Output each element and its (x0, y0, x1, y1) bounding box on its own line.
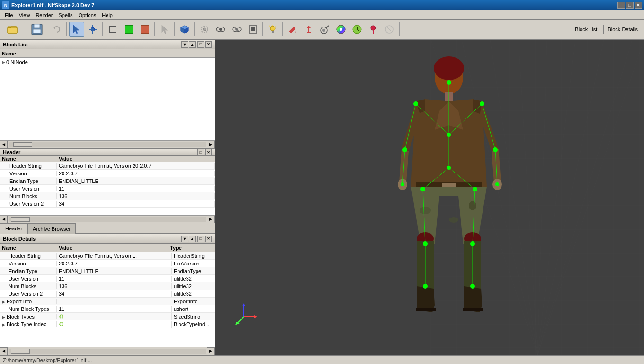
undo-button[interactable] (49, 22, 64, 37)
hscroll-track[interactable] (9, 142, 206, 147)
svg-marker-14 (162, 25, 168, 34)
bd-scroll-down-btn[interactable]: ▼ (181, 236, 188, 242)
tree-arrow: ▶ (2, 60, 5, 64)
block-details-row[interactable]: ▶Export InfoExportInfo (0, 298, 215, 305)
cursor-button[interactable] (157, 22, 172, 37)
block-details-tab-button[interactable]: Block Details (603, 25, 642, 34)
col-name-header: Name (2, 51, 59, 56)
menu-file[interactable]: File (2, 11, 16, 19)
header-row[interactable]: Header StringGamebryo File Format, Versi… (0, 162, 215, 170)
block-details-restore-btn[interactable]: □ (197, 236, 204, 242)
scroll-up-btn[interactable]: ▲ (189, 41, 196, 48)
frame-button[interactable] (245, 22, 260, 37)
save-button[interactable] (26, 22, 48, 37)
transform-tool[interactable] (85, 22, 100, 37)
clock-button[interactable] (349, 22, 365, 37)
hscroll-left[interactable]: ◀ (0, 141, 8, 148)
header-content[interactable]: Header StringGamebryo File Format, Versi… (0, 162, 215, 215)
red-box-button[interactable] (137, 22, 152, 37)
menu-help[interactable]: Help (99, 11, 116, 19)
titlebar: N Explorer1.nif - NifSkope 2.0 Dev 7 _ □… (0, 0, 644, 10)
color-wheel-button[interactable] (333, 22, 349, 37)
open-button[interactable] (2, 22, 25, 37)
axis-svg (230, 302, 258, 331)
menu-render[interactable]: Render (33, 11, 55, 19)
bd-scroll-up-btn[interactable]: ▲ (189, 236, 196, 242)
scene-3d (215, 40, 644, 355)
header-restore-btn[interactable]: □ (197, 149, 204, 155)
hscroll-right[interactable]: ▶ (207, 141, 215, 148)
header-hscroll-thumb[interactable] (11, 217, 30, 222)
block-list-restore-btn[interactable]: □ (197, 41, 204, 48)
header-row[interactable]: Endian TypeENDIAN_LITTLE (0, 177, 215, 185)
block-list-hscroll[interactable]: ◀ ▶ (0, 140, 215, 148)
block-details-row[interactable]: Endian TypeENDIAN_LITTLEEndianType (0, 267, 215, 275)
block-details-row[interactable]: User Version 234ulittle32 (0, 290, 215, 298)
toolbar-sep-7 (282, 22, 283, 36)
toolbar: Block List Block Details (0, 20, 644, 40)
toolbar-sep-2 (102, 22, 103, 36)
header-hscroll-left[interactable]: ◀ (0, 216, 8, 223)
toolbar-sep-5 (194, 22, 195, 36)
scroll-down-btn[interactable]: ▼ (181, 41, 188, 48)
menu-spells[interactable]: Spells (55, 11, 75, 19)
svg-line-40 (326, 26, 329, 28)
tree-item-ninode[interactable]: ▶ 0 NiNode (1, 59, 214, 65)
bd-hscroll[interactable]: ◀ ▶ (0, 347, 215, 355)
select-tool[interactable] (69, 22, 84, 37)
header-hscroll-right[interactable]: ▶ (207, 216, 215, 223)
block-list-close-btn[interactable]: ✕ (205, 41, 212, 48)
circle-tool-button[interactable] (317, 22, 332, 37)
svg-point-39 (322, 29, 325, 32)
block-list-tab-button[interactable]: Block List (571, 25, 601, 34)
block-details-close-btn[interactable]: ✕ (205, 236, 212, 242)
block-details-row[interactable]: ▶Block Types♻SizedString (0, 313, 215, 320)
minimize-button[interactable]: _ (617, 2, 625, 9)
pin-button[interactable] (366, 22, 381, 37)
bd-hscroll-right[interactable]: ▶ (207, 347, 215, 355)
eye2-button[interactable] (229, 22, 244, 37)
block-details-row[interactable]: Num Block Types11ushort (0, 305, 215, 313)
light-button[interactable] (265, 22, 280, 37)
eye-button[interactable] (213, 22, 228, 37)
header-hscroll-track[interactable] (9, 217, 206, 222)
close-button[interactable]: ✕ (635, 2, 642, 9)
block-details-row[interactable]: User Version11ulittle32 (0, 275, 215, 282)
header-close-btn[interactable]: ✕ (205, 149, 212, 155)
box-shape-button[interactable] (105, 22, 120, 37)
tab-archive-browser[interactable]: Archive Browser (27, 223, 76, 234)
svg-marker-34 (295, 30, 296, 33)
maximize-button[interactable]: □ (626, 2, 634, 9)
header-row[interactable]: Version20.2.0.7 (0, 170, 215, 177)
arrow-up-button[interactable] (301, 22, 316, 37)
pencil-button[interactable] (285, 22, 300, 37)
svg-marker-7 (73, 25, 79, 34)
bd-hscroll-thumb[interactable] (11, 349, 30, 354)
gear-button[interactable] (197, 22, 212, 37)
menu-view[interactable]: View (16, 11, 33, 19)
block-details-content[interactable]: Header StringGamebryo File Format, Versi… (0, 252, 215, 347)
bd-hscroll-left[interactable]: ◀ (0, 347, 8, 355)
block-details-row[interactable]: Version20.2.0.7FileVersion (0, 260, 215, 267)
header-row[interactable]: Num Blocks136 (0, 192, 215, 200)
hscroll-thumb[interactable] (13, 142, 32, 147)
header-row[interactable]: User Version11 (0, 185, 215, 192)
svg-point-19 (203, 28, 206, 31)
block-details-row[interactable]: ▶Block Type Index♻BlockTypeInd... (0, 320, 215, 328)
block-details-row[interactable]: Num Blocks136ulittle32 (0, 282, 215, 290)
header-section: Header □ ✕ Name Value Header StringGameb… (0, 149, 215, 234)
block-list-content[interactable]: ▶ 0 NiNode (0, 58, 215, 140)
bd-hscroll-track[interactable] (9, 349, 206, 354)
menu-options[interactable]: Options (75, 11, 99, 19)
header-tabs-row: Header Archive Browser (0, 223, 215, 233)
svg-marker-132 (235, 322, 240, 325)
tab-header[interactable]: Header (0, 223, 27, 234)
white-circle-button[interactable] (382, 22, 397, 37)
viewport[interactable] (215, 40, 644, 355)
block-details-columns: Name Value Type (0, 244, 215, 252)
green-square-button[interactable] (121, 22, 136, 37)
header-row[interactable]: User Version 234 (0, 200, 215, 208)
3d-view-button[interactable] (177, 22, 192, 37)
header-hscroll[interactable]: ◀ ▶ (0, 215, 215, 223)
block-details-row[interactable]: Header StringGamebryo File Format, Versi… (0, 252, 215, 260)
